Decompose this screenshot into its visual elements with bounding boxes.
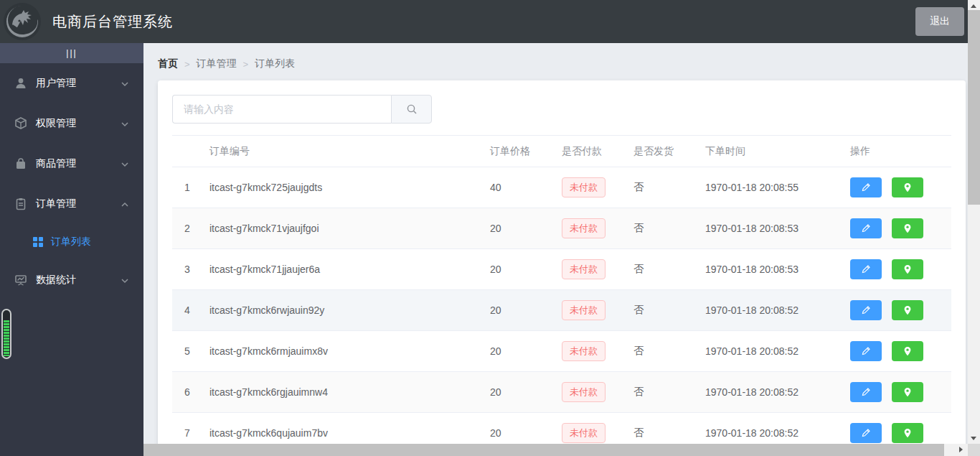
table-row: 3 itcast-g7kmck71jjaujer6a 20 未付款 否 1970… [172, 249, 951, 290]
location-button[interactable] [892, 300, 923, 320]
unpaid-status-tag: 未付款 [562, 382, 606, 402]
row-index: 2 [172, 223, 202, 234]
breadcrumb-order-management: 订单管理 [197, 57, 237, 70]
itcast-horse-logo [2, 1, 42, 42]
chevron-down-icon [121, 276, 129, 284]
order-time-cell: 1970-01-18 20:08:52 [698, 427, 843, 439]
pay-status-cell: 未付款 [555, 341, 626, 361]
chevron-up-icon [121, 200, 129, 208]
pay-status-cell: 未付款 [555, 177, 626, 197]
pencil-icon [861, 223, 871, 233]
pay-status-cell: 未付款 [555, 382, 626, 402]
order-price-cell: 20 [483, 386, 555, 398]
location-button[interactable] [892, 259, 923, 279]
search-button[interactable] [391, 95, 432, 124]
pencil-icon [861, 264, 871, 274]
location-pin-icon [903, 264, 913, 274]
order-time-cell: 1970-01-18 20:08:52 [698, 345, 843, 357]
chevron-down-icon [121, 119, 129, 128]
location-pin-icon [903, 305, 913, 315]
level-indicator-fill [4, 320, 9, 356]
order-number-cell: itcast-g7kmck6qujauim7bv [202, 427, 483, 439]
order-price-cell: 40 [483, 182, 555, 193]
location-button[interactable] [892, 218, 923, 238]
location-pin-icon [903, 182, 913, 192]
order-number-cell: itcast-g7kmck71jjaujer6a [202, 264, 483, 275]
goods-icon [14, 157, 27, 170]
order-icon [14, 197, 27, 210]
column-header-pay-status: 是否付款 [555, 145, 626, 158]
location-pin-icon [903, 223, 913, 233]
scroll-right-arrow-icon[interactable] [959, 447, 963, 452]
pay-status-cell: 未付款 [555, 423, 626, 443]
sidebar-item-permissions[interactable]: 权限管理 [0, 103, 143, 144]
scroll-up-arrow-icon[interactable] [971, 4, 976, 8]
ship-status-cell: 否 [626, 304, 698, 317]
order-time-cell: 1970-01-18 20:08:53 [698, 223, 843, 234]
logout-button[interactable]: 退出 [915, 7, 964, 36]
table-header-row: 订单编号 订单价格 是否付款 是否发货 下单时间 操作 [172, 136, 951, 167]
sidebar-subitem-order-list[interactable]: 订单列表 [0, 224, 143, 260]
order-number-cell: itcast-g7kmck6rmjauimx8v [202, 345, 483, 357]
location-button[interactable] [892, 423, 923, 443]
sidebar-item-label: 订单管理 [36, 197, 121, 210]
order-price-cell: 20 [483, 304, 555, 316]
breadcrumb-separator-icon: > [184, 59, 190, 70]
actions-cell [843, 218, 951, 238]
order-price-cell: 20 [483, 427, 555, 439]
actions-cell [843, 423, 951, 443]
pencil-icon [861, 346, 871, 356]
sidebar-collapse-toggle[interactable]: ||| [0, 43, 143, 63]
sidebar-item-label: 数据统计 [36, 274, 121, 287]
sidebar-item-orders[interactable]: 订单管理 [0, 184, 143, 224]
edit-button[interactable] [850, 382, 882, 402]
ship-status-cell: 否 [626, 181, 698, 194]
scroll-down-arrow-icon[interactable] [971, 437, 976, 440]
edit-button[interactable] [850, 218, 882, 238]
edit-button[interactable] [850, 177, 882, 197]
ship-status-cell: 否 [626, 263, 698, 276]
main-content: 首页 > 订单管理 > 订单列表 订单编号 订单价格 是否付款 是否发货 [143, 43, 980, 456]
order-number-cell: itcast-g7kmck6rgjauimnw4 [202, 386, 483, 398]
location-button[interactable] [892, 177, 923, 197]
order-price-cell: 20 [483, 345, 555, 357]
row-index: 3 [172, 264, 202, 275]
order-time-cell: 1970-01-18 20:08:55 [698, 182, 843, 193]
unpaid-status-tag: 未付款 [562, 259, 606, 279]
app-title: 电商后台管理系统 [52, 12, 173, 32]
scrollbar-corner [968, 444, 980, 456]
unpaid-status-tag: 未付款 [562, 300, 606, 320]
sidebar-item-goods[interactable]: 商品管理 [0, 144, 143, 184]
order-number-cell: itcast-g7kmck6rwjauin92y [202, 304, 483, 316]
horizontal-scrollbar[interactable] [143, 444, 968, 456]
sidebar-item-users[interactable]: 用户管理 [0, 63, 143, 103]
search-icon [406, 103, 418, 115]
user-icon [14, 77, 27, 90]
row-index: 6 [172, 386, 202, 398]
order-time-cell: 1970-01-18 20:08:52 [698, 304, 843, 316]
edit-button[interactable] [850, 341, 882, 361]
edit-button[interactable] [850, 300, 882, 320]
edit-button[interactable] [850, 259, 882, 279]
sidebar-item-reports[interactable]: 数据统计 [0, 260, 143, 300]
vertical-scrollbar-thumb[interactable] [968, 10, 980, 205]
sidebar: ||| 用户管理 权限管理 商品管理 [0, 43, 143, 456]
breadcrumb-separator-icon: > [243, 59, 249, 70]
breadcrumb-home[interactable]: 首页 [158, 57, 178, 70]
row-index: 5 [172, 345, 202, 357]
location-button[interactable] [892, 341, 923, 361]
location-button[interactable] [892, 382, 923, 402]
column-header-order-time: 下单时间 [698, 145, 843, 158]
search-bar [172, 95, 432, 124]
column-header-actions: 操作 [843, 145, 951, 158]
edit-button[interactable] [850, 423, 882, 443]
sidebar-subitem-label: 订单列表 [51, 236, 91, 248]
column-header-order-no: 订单编号 [202, 145, 483, 158]
horizontal-scrollbar-thumb[interactable] [143, 444, 944, 456]
actions-cell [843, 177, 951, 197]
pay-status-cell: 未付款 [555, 218, 626, 238]
search-input[interactable] [172, 95, 391, 124]
row-index: 4 [172, 304, 202, 316]
vertical-scrollbar[interactable] [968, 0, 980, 444]
unpaid-status-tag: 未付款 [562, 423, 606, 443]
